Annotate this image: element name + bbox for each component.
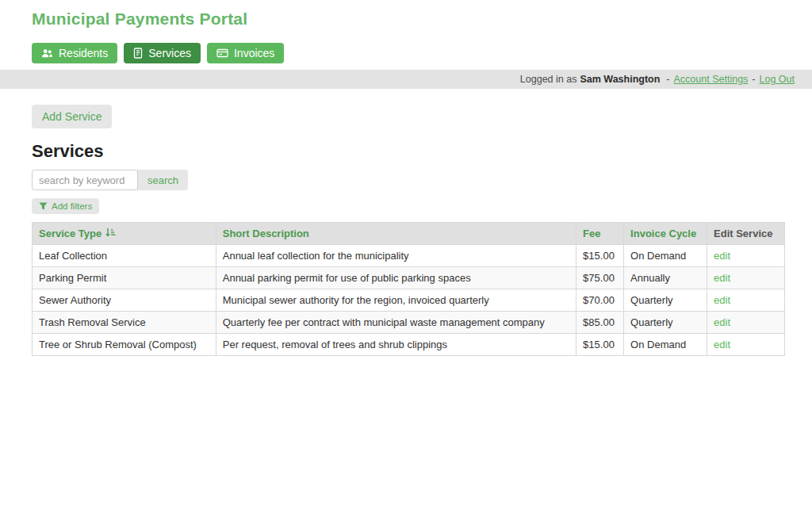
filter-funnel-icon bbox=[39, 202, 48, 210]
edit-service-link[interactable]: edit bbox=[714, 250, 730, 262]
services-table: Service Type bbox=[32, 222, 785, 356]
cell-service-type: Trash Removal Service bbox=[33, 312, 216, 334]
services-table-header: Service Type bbox=[33, 223, 785, 245]
edit-service-link[interactable]: edit bbox=[714, 294, 730, 306]
account-settings-link[interactable]: Account Settings bbox=[674, 74, 749, 85]
log-out-link[interactable]: Log Out bbox=[760, 74, 795, 85]
cell-service-type: Parking Permit bbox=[33, 267, 216, 289]
cell-fee: $85.00 bbox=[576, 312, 624, 334]
cell-fee: $15.00 bbox=[576, 245, 624, 267]
column-header-service-type[interactable]: Service Type bbox=[33, 223, 216, 245]
edit-service-link[interactable]: edit bbox=[714, 316, 730, 328]
app-title: Municipal Payments Portal bbox=[32, 10, 780, 29]
cell-description: Quarterly fee per contract with municipa… bbox=[216, 312, 576, 334]
table-row: Sewer AuthorityMunicipal sewer authority… bbox=[33, 289, 785, 312]
cell-invoice-cycle: Quarterly bbox=[624, 312, 707, 334]
session-bar: Logged in as Sam Washington - Account Se… bbox=[0, 70, 812, 89]
logged-in-user: Sam Washington bbox=[580, 74, 660, 85]
cell-description: Annual leaf collection for the municipal… bbox=[216, 245, 576, 267]
cell-service-type: Sewer Authority bbox=[33, 289, 216, 312]
edit-service-link[interactable]: edit bbox=[714, 339, 730, 350]
cell-fee: $15.00 bbox=[576, 334, 624, 356]
cell-description: Annual parking permit for use of public … bbox=[216, 267, 576, 289]
column-label: Service Type bbox=[39, 228, 102, 239]
separator: - bbox=[752, 74, 755, 85]
card-icon bbox=[216, 48, 228, 58]
cell-invoice-cycle: On Demand bbox=[624, 245, 707, 267]
table-row: Tree or Shrub Removal (Compost)Per reque… bbox=[33, 334, 785, 356]
add-filters-button[interactable]: Add filters bbox=[32, 198, 99, 214]
services-table-body: Leaf CollectionAnnual leaf collection fo… bbox=[33, 245, 785, 356]
column-header-invoice-cycle[interactable]: Invoice Cycle bbox=[624, 223, 707, 245]
cell-invoice-cycle: Quarterly bbox=[624, 289, 707, 312]
cell-edit-service: edit bbox=[707, 289, 785, 312]
column-header-fee[interactable]: Fee bbox=[576, 223, 624, 245]
municipal-payments-portal-page: Municipal Payments Portal Residents bbox=[0, 0, 812, 356]
cell-invoice-cycle: On Demand bbox=[624, 334, 707, 356]
table-row: Leaf CollectionAnnual leaf collection fo… bbox=[33, 245, 785, 267]
cell-edit-service: edit bbox=[707, 245, 785, 267]
main-nav: Residents Services Invoices bbox=[0, 29, 812, 70]
cell-service-type: Tree or Shrub Removal (Compost) bbox=[33, 334, 216, 356]
column-header-edit-service: Edit Service bbox=[707, 223, 785, 245]
search-button[interactable]: search bbox=[138, 170, 188, 190]
cell-service-type: Leaf Collection bbox=[33, 245, 216, 267]
nav-button-label: Services bbox=[148, 47, 191, 59]
nav-button-invoices[interactable]: Invoices bbox=[207, 43, 284, 63]
page-title: Services bbox=[32, 141, 785, 162]
receipt-icon bbox=[133, 48, 143, 59]
nav-button-label: Residents bbox=[59, 47, 108, 59]
search-input[interactable] bbox=[32, 170, 138, 190]
main-content: Add Service Services search Add filters bbox=[0, 89, 812, 356]
nav-button-label: Invoices bbox=[234, 47, 274, 59]
sort-ascending-icon[interactable] bbox=[105, 228, 116, 239]
nav-button-residents[interactable]: Residents bbox=[32, 43, 117, 63]
cell-edit-service: edit bbox=[707, 334, 785, 356]
users-icon bbox=[41, 48, 53, 59]
cell-fee: $70.00 bbox=[576, 289, 624, 312]
header: Municipal Payments Portal bbox=[0, 0, 812, 29]
separator: - bbox=[666, 74, 669, 85]
add-service-button[interactable]: Add Service bbox=[32, 105, 112, 128]
cell-description: Municipal sewer authority for the region… bbox=[216, 289, 576, 312]
table-row: Trash Removal ServiceQuarterly fee per c… bbox=[33, 312, 785, 334]
cell-fee: $75.00 bbox=[576, 267, 624, 289]
add-filters-label: Add filters bbox=[52, 201, 92, 211]
cell-description: Per request, removal of trees and shrub … bbox=[216, 334, 576, 356]
edit-service-link[interactable]: edit bbox=[714, 272, 730, 284]
cell-edit-service: edit bbox=[707, 267, 785, 289]
column-header-short-description[interactable]: Short Description bbox=[216, 223, 576, 245]
nav-button-services[interactable]: Services bbox=[124, 43, 201, 63]
cell-invoice-cycle: Annually bbox=[624, 267, 707, 289]
cell-edit-service: edit bbox=[707, 312, 785, 334]
search-bar: search bbox=[32, 170, 785, 190]
table-row: Parking PermitAnnual parking permit for … bbox=[33, 267, 785, 289]
logged-in-text: Logged in as bbox=[520, 74, 577, 85]
